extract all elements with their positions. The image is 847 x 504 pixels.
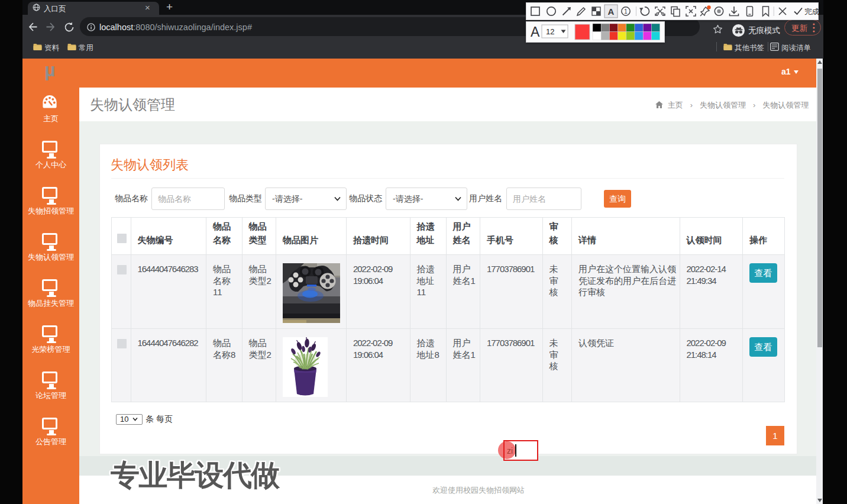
svg-text:12: 12: [546, 27, 554, 36]
svg-text:A: A: [531, 24, 540, 40]
svg-text:A: A: [608, 7, 615, 17]
svg-text:1: 1: [624, 8, 628, 15]
